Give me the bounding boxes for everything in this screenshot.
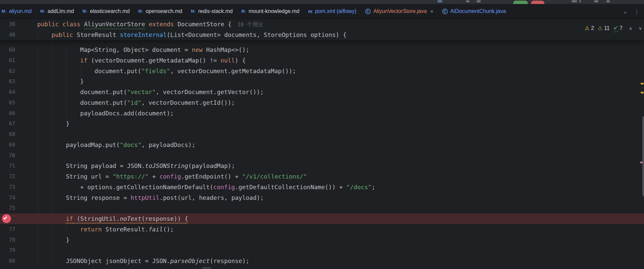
code-text: } [66, 118, 69, 129]
error-stripe[interactable] [639, 19, 644, 269]
code-line-69[interactable]: 69payloadMap.put("docs", payloadDocs); [0, 140, 644, 150]
tab-AliyunVectorStore.java[interactable]: CAliyunVectorStore.java× [361, 4, 438, 19]
tab-label: mount-knowledge.md [249, 8, 299, 14]
line-number[interactable]: 72 [0, 171, 15, 182]
tab-addLlm.md[interactable]: M↓addLlm.md [36, 4, 78, 19]
tab-redis-stack.md[interactable]: M↓redis-stack.md [187, 4, 237, 19]
toolbar-icon[interactable] [572, 0, 577, 2]
toolbar-icon[interactable] [579, 0, 581, 2]
code-line-36[interactable]: 36public class AliyunVectorStore extends… [0, 19, 644, 30]
code-line-79[interactable]: 79 [0, 245, 644, 256]
inspections-widget: ⚠2⚠11✔7∧∨ [585, 25, 642, 32]
line-number[interactable]: 63 [0, 76, 15, 87]
code-line-62[interactable]: 62document.put("fields", vectorDocument.… [0, 66, 644, 76]
code-line-77[interactable]: 77return StoreResult.fail(); [0, 224, 644, 235]
line-number[interactable]: 61 [0, 55, 15, 66]
inspection-warning-strong[interactable]: ⚠2 [585, 25, 594, 31]
tab-opensearch.md[interactable]: M↓opensearch.md [134, 4, 187, 19]
code-line-71[interactable]: 71String payload = JSON.toJSONString(pay… [0, 161, 644, 171]
indent-guide [66, 45, 67, 55]
code-line-78[interactable]: 78} [0, 235, 644, 245]
indent-guide [38, 256, 38, 266]
code-line-63[interactable]: 63} [0, 76, 644, 87]
code-line-80[interactable]: 80JSONObject jsonObject = JSON.parseObje… [0, 256, 644, 266]
line-number[interactable]: 80 [0, 256, 15, 266]
code-line-73[interactable]: 73+ options.getCollectionNameOrDefault(c… [0, 182, 644, 193]
code-line-67[interactable]: 67} [0, 118, 644, 129]
toolbar-icon[interactable] [606, 0, 610, 2]
code-line-61[interactable]: 61if (vectorDocument.getMetadataMap() !=… [0, 55, 644, 66]
warning-stripe-mark[interactable] [641, 92, 644, 93]
code-line-74[interactable]: 74String response = httpUtil.post(url, h… [0, 193, 644, 203]
stop-button[interactable] [531, 1, 544, 4]
code-line-68[interactable]: 68 [0, 129, 644, 140]
line-number[interactable]: 68 [0, 129, 15, 140]
toolbar-icon[interactable] [466, 0, 469, 2]
line-number[interactable]: 71 [0, 161, 15, 171]
line-number[interactable]: 64 [0, 87, 15, 97]
line-number[interactable]: 66 [0, 108, 15, 119]
code-line-65[interactable]: 65document.put("id", vectorDocument.getI… [0, 97, 644, 108]
line-number[interactable]: 67 [0, 118, 15, 129]
inspection-warning-weak[interactable]: ⚠11 [598, 25, 609, 31]
tab-pom.xml-aiflowy-[interactable]: mpom.xml (aiflowy) [304, 4, 361, 19]
code-text: payloadDocs.add(document); [80, 108, 174, 119]
code-line-76[interactable]: ✔if (StringUtil.noText(response)) { [0, 213, 644, 224]
line-number[interactable]: 48 [0, 30, 15, 40]
code-line-64[interactable]: 64document.put("vector", vectorDocument.… [0, 87, 644, 97]
code-text: String response = httpUtil.post(url, hea… [66, 193, 264, 203]
run-button[interactable] [513, 1, 528, 4]
indent-guide [52, 87, 52, 97]
code-line-70[interactable]: 70 [0, 150, 644, 161]
warning-stripe-mark[interactable] [641, 83, 644, 84]
code-line-66[interactable]: 66payloadDocs.add(document); [0, 108, 644, 119]
tab-label: elasticsearch.md [90, 8, 130, 14]
chevron-up-icon[interactable]: ∧ [629, 26, 632, 31]
ui-fragment [202, 267, 211, 269]
inspection-typo-ok[interactable]: ✔7 [613, 25, 622, 32]
line-number[interactable]: 60 [0, 45, 15, 55]
line-number[interactable]: 62 [0, 66, 15, 76]
code-text: payloadMap.put("docs", payloadDocs); [66, 140, 195, 150]
indent-guide [52, 108, 52, 119]
code-line-60[interactable]: 60Map<String, Object> document = new Has… [0, 45, 644, 55]
chevron-down-icon[interactable]: ∨ [639, 26, 642, 31]
line-number[interactable]: 70 [0, 150, 15, 161]
info-stripe-mark[interactable] [640, 162, 643, 163]
line-number[interactable]: 73 [0, 182, 15, 193]
indent-guide [38, 55, 38, 66]
line-number[interactable]: 69 [0, 140, 15, 150]
code-editor[interactable]: 60Map<String, Object> document = new Has… [0, 40, 644, 269]
line-number[interactable]: 79 [0, 245, 15, 256]
tab-elasticsearch.md[interactable]: M↓elasticsearch.md [78, 4, 134, 19]
more-vertical-icon[interactable]: ⋮ [634, 8, 639, 15]
breakpoint-icon[interactable]: ✔ [2, 214, 11, 223]
toolbar-icon[interactable] [594, 0, 598, 2]
code-text: String payload = JSON.toJSONString(paylo… [66, 161, 235, 171]
scrollbar-thumb[interactable] [642, 116, 644, 196]
line-number[interactable]: 78 [0, 235, 15, 245]
line-number[interactable]: 36 [0, 19, 15, 30]
usages-hint[interactable]: 10 个用法 [237, 21, 263, 28]
indent-guide [38, 66, 38, 76]
tab-AiDocumentChunk.java[interactable]: CAiDocumentChunk.java [438, 4, 510, 19]
toolbar-icon[interactable] [438, 0, 442, 2]
code-line-48[interactable]: 48public StoreResult storeInternal(List<… [0, 30, 644, 40]
indent-guide [38, 213, 38, 224]
code-text: public StoreResult storeInternal(List<Do… [51, 30, 347, 40]
code-text: document.put("fields", vectorDocument.ge… [95, 66, 296, 76]
line-number[interactable]: 75 [0, 203, 15, 213]
indent-guide [52, 213, 52, 224]
tab-mount-knowledge.md[interactable]: M↓mount-knowledge.md [237, 4, 304, 19]
line-number[interactable]: 77 [0, 224, 15, 235]
code-text: Map<String, Object> document = new HashM… [80, 45, 249, 55]
chevron-down-icon[interactable]: ⌄ [623, 8, 627, 15]
tab-aliyun.md[interactable]: M↓aliyun.md [0, 4, 36, 19]
code-line-72[interactable]: 72String url = "https://" + config.getEn… [0, 171, 644, 182]
toolbar-icon[interactable] [477, 0, 481, 2]
code-line-75[interactable]: 75 [0, 203, 644, 213]
indent-guide [52, 140, 52, 150]
line-number[interactable]: 74 [0, 193, 15, 203]
line-number[interactable]: 65 [0, 97, 15, 108]
close-icon[interactable]: × [430, 9, 434, 14]
